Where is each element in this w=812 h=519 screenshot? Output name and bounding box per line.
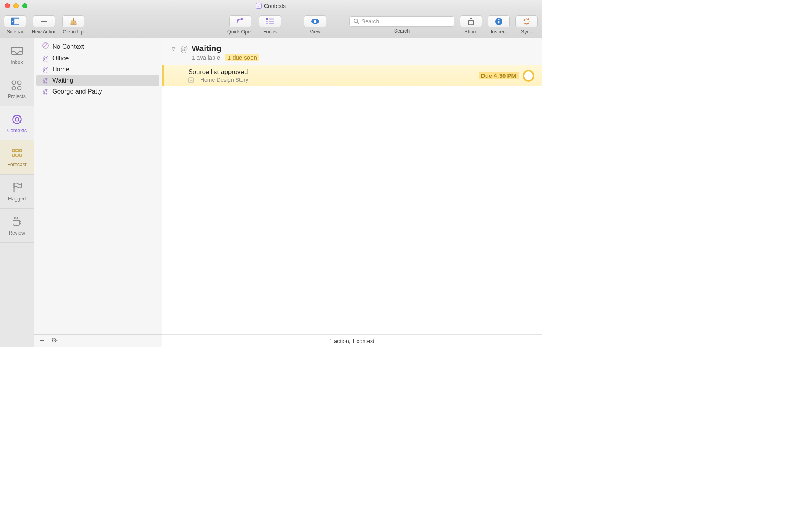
tab-projects[interactable]: Projects bbox=[0, 72, 34, 106]
new-action-button-label: New Action bbox=[32, 29, 57, 35]
svg-rect-12 bbox=[266, 21, 268, 22]
svg-point-31 bbox=[13, 115, 21, 123]
task-project: Home Design Story bbox=[200, 77, 248, 83]
perspective-tabbar: Inbox Projects Contexts bbox=[0, 38, 34, 347]
content-header-title: Waiting bbox=[192, 44, 259, 53]
tab-label: Contexts bbox=[7, 128, 27, 133]
svg-point-17 bbox=[314, 20, 316, 22]
task-checkbox[interactable] bbox=[523, 70, 534, 82]
clean-up-button[interactable] bbox=[62, 15, 84, 27]
window-title-icon bbox=[256, 3, 262, 9]
sidebar-button[interactable] bbox=[4, 15, 26, 27]
tab-label: Review bbox=[9, 230, 25, 236]
search-input[interactable] bbox=[362, 18, 450, 25]
tab-label: Forecast bbox=[7, 162, 27, 167]
view-button-label: View bbox=[310, 29, 321, 35]
tab-label: Projects bbox=[8, 94, 26, 99]
sidebar-settings-button[interactable] bbox=[52, 337, 58, 345]
eye-icon bbox=[311, 17, 320, 25]
svg-rect-5 bbox=[73, 17, 74, 20]
sidebar-icon bbox=[11, 17, 19, 25]
tab-contexts[interactable]: Contexts bbox=[0, 106, 34, 140]
svg-line-41 bbox=[43, 43, 48, 48]
available-count: 1 available bbox=[192, 54, 220, 61]
projects-nodes-icon bbox=[10, 79, 24, 91]
svg-marker-9 bbox=[241, 17, 244, 21]
share-button-label: Share bbox=[464, 29, 477, 35]
new-action-button[interactable] bbox=[33, 15, 55, 27]
inspect-button[interactable] bbox=[488, 15, 510, 27]
focus-button[interactable] bbox=[259, 15, 281, 27]
tab-forecast[interactable]: Forecast bbox=[0, 140, 34, 175]
window-title-text: Contexts bbox=[264, 3, 286, 9]
context-sidebar-footer bbox=[34, 334, 162, 347]
tab-inbox[interactable]: Inbox bbox=[0, 38, 34, 72]
svg-point-27 bbox=[12, 81, 15, 84]
sync-button-label: Sync bbox=[521, 29, 532, 35]
svg-line-19 bbox=[357, 22, 359, 24]
quick-open-button-label: Quick Open bbox=[227, 29, 253, 35]
svg-point-18 bbox=[354, 19, 358, 23]
svg-rect-36 bbox=[12, 154, 15, 156]
at-sign-icon: @ bbox=[180, 44, 188, 53]
svg-rect-33 bbox=[12, 149, 15, 152]
task-row[interactable]: Source list approved · Home Design Story… bbox=[162, 65, 542, 86]
at-sign-icon: @ bbox=[42, 65, 49, 73]
context-item-george-and-patty[interactable]: @ George and Patty bbox=[36, 86, 159, 97]
svg-line-51 bbox=[55, 342, 56, 342]
share-button[interactable] bbox=[460, 15, 482, 27]
svg-point-23 bbox=[498, 19, 500, 20]
inspect-button-label: Inspect bbox=[491, 29, 507, 35]
close-window-button[interactable] bbox=[5, 3, 10, 8]
svg-point-28 bbox=[17, 81, 21, 84]
svg-line-53 bbox=[55, 338, 56, 339]
coffee-cup-icon bbox=[10, 216, 24, 228]
content-header-subtitle: 1 available · 1 due soon bbox=[192, 54, 259, 61]
context-sidebar: No Context @ Office @ Home @ Waiting @ G… bbox=[34, 38, 162, 347]
content-header: ▽ @ Waiting 1 available · 1 due soon bbox=[162, 38, 542, 65]
view-button[interactable] bbox=[304, 15, 326, 27]
svg-line-50 bbox=[52, 338, 53, 339]
inbox-tray-icon bbox=[10, 45, 24, 57]
task-title: Source list approved bbox=[188, 68, 248, 76]
context-item-home[interactable]: @ Home bbox=[36, 64, 159, 75]
svg-point-30 bbox=[17, 86, 21, 90]
tab-flagged[interactable]: Flagged bbox=[0, 175, 34, 209]
broom-icon bbox=[69, 17, 78, 25]
context-item-label: No Context bbox=[52, 43, 84, 50]
add-context-button[interactable] bbox=[39, 337, 45, 345]
search-field[interactable] bbox=[349, 16, 454, 27]
context-item-office[interactable]: @ Office bbox=[36, 53, 159, 64]
context-item-label: Office bbox=[52, 55, 69, 62]
at-sign-icon: @ bbox=[42, 54, 49, 62]
svg-point-45 bbox=[54, 340, 55, 341]
share-icon bbox=[467, 17, 475, 25]
disclosure-triangle-icon[interactable]: ▽ bbox=[172, 46, 176, 52]
flag-icon bbox=[10, 182, 24, 194]
svg-rect-35 bbox=[19, 149, 22, 152]
svg-rect-37 bbox=[16, 154, 18, 156]
svg-point-29 bbox=[12, 86, 15, 90]
context-item-waiting[interactable]: @ Waiting bbox=[36, 75, 159, 86]
svg-point-32 bbox=[15, 117, 19, 121]
traffic-lights bbox=[5, 3, 27, 8]
status-bar: 1 action, 1 context bbox=[162, 334, 542, 347]
tab-label: Flagged bbox=[8, 196, 26, 202]
status-text: 1 action, 1 context bbox=[329, 338, 375, 344]
sync-icon bbox=[522, 17, 531, 25]
no-context-icon bbox=[42, 42, 49, 51]
svg-rect-34 bbox=[16, 149, 18, 152]
quick-open-button[interactable] bbox=[229, 15, 251, 27]
tab-review[interactable]: Review bbox=[0, 209, 34, 243]
main-content: ▽ @ Waiting 1 available · 1 due soon Sou… bbox=[162, 38, 542, 347]
svg-rect-10 bbox=[266, 18, 268, 20]
sync-button[interactable] bbox=[515, 15, 538, 27]
minimize-window-button[interactable] bbox=[13, 3, 19, 8]
context-item-label: George and Patty bbox=[52, 88, 102, 95]
context-item-no-context[interactable]: No Context bbox=[36, 40, 159, 53]
due-soon-badge: 1 due soon bbox=[225, 54, 259, 61]
svg-rect-38 bbox=[19, 154, 22, 156]
maximize-window-button[interactable] bbox=[22, 3, 27, 8]
context-item-label: Waiting bbox=[52, 77, 73, 84]
at-sign-icon: @ bbox=[42, 88, 49, 96]
